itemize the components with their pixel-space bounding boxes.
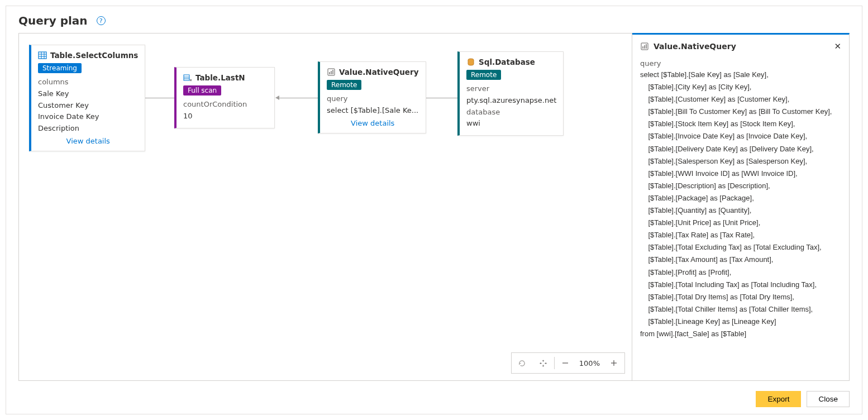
node-table-selectcolumns[interactable]: Table.SelectColumns Streaming columns Sa… [29, 45, 145, 151]
remote-badge: Remote [327, 80, 361, 90]
diagram-canvas[interactable]: Table.SelectColumns Streaming columns Sa… [18, 33, 632, 381]
zoom-in-button[interactable] [603, 353, 624, 373]
column-value: Customer Key [38, 100, 138, 112]
columns-label: columns [38, 77, 138, 88]
query-icon [327, 68, 336, 77]
view-details-link[interactable]: View details [38, 137, 138, 145]
reset-view-button[interactable] [512, 353, 533, 373]
streaming-badge: Streaming [38, 63, 82, 73]
query-preview: select [$Table].[Sale Ke... [327, 105, 419, 117]
arrow [421, 98, 458, 98]
count-label: countOrCondition [183, 99, 268, 111]
query-label: query [327, 93, 419, 105]
column-value: Invoice Date Key [38, 111, 138, 123]
arrow [279, 98, 318, 98]
node-sql-database[interactable]: Sql.Database Remote server pty.sql.azure… [457, 51, 564, 136]
node-value-nativequery[interactable]: Value.NativeQuery Remote query select [$… [318, 61, 426, 133]
zoom-out-button[interactable] [555, 353, 576, 373]
lastn-icon [183, 73, 192, 82]
fullscan-badge: Full scan [183, 85, 221, 96]
server-label: server [466, 83, 556, 95]
dialog-footer: Export Close [6, 385, 862, 414]
node-title-text: Sql.Database [479, 58, 535, 66]
node-table-lastn[interactable]: Table.LastN Full scan countOrCondition 1… [174, 67, 275, 128]
fit-view-button[interactable] [533, 353, 554, 373]
node-title-text: Table.SelectColumns [50, 51, 138, 60]
database-label: database [466, 107, 556, 118]
remote-badge: Remote [466, 70, 501, 80]
details-panel: Value.NativeQuery ✕ query select [$Table… [632, 33, 850, 381]
export-button[interactable]: Export [756, 391, 801, 407]
node-title-text: Table.LastN [195, 73, 245, 82]
table-icon [38, 51, 47, 60]
zoom-level: 100% [576, 359, 603, 367]
details-section-label: query [640, 59, 841, 68]
server-value: pty.sql.azuresynapse.net [466, 95, 556, 107]
close-icon[interactable]: ✕ [834, 41, 841, 51]
view-details-link[interactable]: View details [327, 119, 419, 127]
dialog-body: Table.SelectColumns Streaming columns Sa… [6, 33, 862, 385]
column-value: Description [38, 123, 138, 135]
count-value: 10 [183, 111, 268, 122]
details-sql-text: select [$Table].[Sale Key] as [Sale Key]… [640, 69, 841, 340]
column-value: Sale Key [38, 88, 138, 100]
svg-rect-5 [184, 75, 189, 80]
dialog-header: Query plan ? [6, 6, 862, 33]
dialog-frame: Query plan ? Table.SelectColumns Streami… [6, 6, 862, 414]
svg-rect-0 [39, 52, 46, 59]
zoom-toolbar: 100% [511, 352, 625, 374]
help-icon[interactable]: ? [97, 16, 106, 25]
node-title-text: Value.NativeQuery [339, 68, 419, 77]
query-icon [640, 42, 649, 51]
database-icon [466, 58, 475, 66]
page-title: Query plan [18, 14, 88, 27]
database-value: wwi [466, 118, 556, 130]
close-button[interactable]: Close [807, 391, 850, 407]
details-title: Value.NativeQuery [654, 42, 736, 51]
